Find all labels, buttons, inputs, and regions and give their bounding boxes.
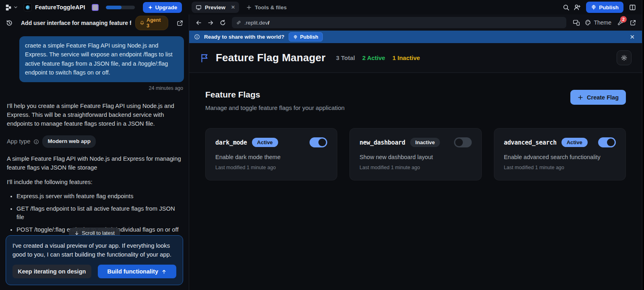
publish-globe-icon — [591, 4, 597, 10]
section-title: Feature Flags — [205, 90, 345, 99]
flag-modified: Last modified 1 minute ago — [215, 165, 327, 170]
assistant-intro: I'll help you create a simple Feature Fl… — [7, 102, 182, 128]
history-icon[interactable] — [6, 19, 13, 27]
flag-toggle[interactable] — [310, 137, 327, 147]
message-timestamp: 24 minutes ago — [6, 85, 183, 91]
palette-icon — [585, 19, 591, 26]
share-chat-icon[interactable] — [176, 20, 183, 27]
feature-item: Express.js server with feature flag endp… — [17, 192, 182, 201]
stat-total: 3 Total — [336, 54, 355, 61]
toggle-knob — [318, 139, 326, 146]
flag-toggle[interactable] — [598, 137, 616, 147]
forward-button[interactable] — [205, 17, 216, 28]
project-name[interactable]: FeatureToggleAPI — [35, 4, 85, 10]
app-type-chip[interactable]: Modern web app — [42, 135, 96, 147]
bell-icon — [140, 21, 144, 25]
refresh-button[interactable] — [217, 17, 228, 28]
tools-files-button[interactable]: Tools & files — [246, 4, 287, 10]
flag-description: Enable dark mode theme — [215, 154, 327, 160]
publish-banner: Ready to share with the world? Publish ✕ — [189, 31, 642, 43]
build-functionality-button[interactable]: Build functionality — [98, 265, 177, 278]
keep-iterating-button[interactable]: Keep iterating on design — [12, 265, 91, 278]
url-path: / — [268, 20, 270, 26]
toggle-knob — [455, 139, 463, 146]
open-external-icon[interactable] — [627, 17, 638, 28]
upgrade-label: Upgrade — [155, 4, 178, 10]
agent-badge-label: Agent 3 — [147, 17, 164, 29]
url-text: .replit.dev/ — [244, 20, 269, 26]
flag-stats: 3 Total 2 Active 1 Inactive — [336, 54, 420, 61]
flag-card-new-dashboard: new_dashboard Inactive Show new dashboar… — [349, 128, 481, 180]
chat-header: Add user interface for managing feature … — [0, 14, 189, 31]
app-content: Feature Flags Manage and toggle feature … — [189, 73, 642, 290]
app-theme-toggle-button[interactable] — [617, 50, 632, 65]
app-type-label: App type — [7, 137, 30, 146]
link-icon — [236, 20, 242, 25]
publish-button[interactable]: Publish — [586, 2, 623, 13]
app-summary: A simple Feature Flag API with Node.js a… — [7, 154, 182, 172]
theme-label: Theme — [594, 19, 611, 26]
banner-text: Ready to share with the world? — [204, 34, 285, 40]
flag-modified: Last modified 1 minute ago — [504, 165, 616, 170]
status-badge: Inactive — [410, 138, 440, 147]
workspace-menu[interactable] — [5, 4, 18, 11]
upgrade-button[interactable]: Upgrade — [143, 2, 182, 13]
features-intro: I'll include the following features: — [7, 178, 182, 186]
devices-icon[interactable] — [571, 17, 582, 28]
banner-publish-button[interactable]: Publish — [289, 32, 323, 41]
stat-active: 2 Active — [362, 54, 385, 61]
status-badge: Active — [561, 138, 588, 147]
project-avatar[interactable] — [24, 3, 32, 11]
app-type-row: App type Modern web app — [7, 135, 182, 147]
create-flag-button[interactable]: Create Flag — [570, 90, 626, 105]
banner-close-icon[interactable]: ✕ — [627, 33, 637, 41]
tools-files-label: Tools & files — [255, 4, 287, 10]
monitor-icon — [196, 4, 202, 10]
search-button[interactable] — [560, 2, 572, 13]
tab-preview[interactable]: Preview ✕ — [192, 2, 239, 13]
chevron-down-icon — [13, 5, 18, 10]
agent-chat-panel: Add user interface for managing feature … — [0, 14, 189, 290]
top-bar: FeatureToggleAPI Upgrade Preview ✕ — [0, 0, 642, 14]
chat-session-title[interactable]: Add user interface for managing feature … — [21, 20, 131, 26]
usage-progress-bar[interactable] — [106, 6, 135, 9]
project-avatar-eye — [26, 5, 30, 10]
build-functionality-label: Build functionality — [107, 268, 158, 275]
plus-icon — [578, 95, 583, 100]
dev-tools-button[interactable]: 2 — [615, 17, 626, 28]
sparkle-icon — [148, 5, 153, 10]
status-badge: Active — [252, 138, 278, 147]
toggle-knob — [607, 139, 615, 146]
resources-icon[interactable] — [92, 4, 99, 11]
tab-preview-label: Preview — [205, 4, 225, 10]
notification-badge: 2 — [620, 16, 627, 23]
preview-notice-text: I've created a visual preview of your ap… — [12, 241, 176, 259]
publish-label: Publish — [599, 4, 619, 10]
arrow-down-icon — [74, 231, 79, 236]
flag-toggle[interactable] — [454, 137, 472, 147]
agent-badge[interactable]: Agent 3 — [135, 16, 168, 30]
flag-card-dark-mode: dark_mode Active Enable dark mode theme … — [205, 128, 337, 180]
stat-inactive: 1 Inactive — [392, 54, 420, 61]
app-header: Feature Flag Manager 3 Total 2 Active 1 … — [189, 43, 642, 73]
flag-cards: dark_mode Active Enable dark mode theme … — [205, 128, 626, 180]
flag-description: Show new dashboard layout — [359, 154, 471, 160]
flag-card-advanced-search: advanced_search Active Enable advanced s… — [494, 128, 626, 180]
url-input[interactable]: .replit.dev/ — [232, 17, 566, 28]
close-tab-icon[interactable]: ✕ — [231, 4, 235, 10]
flag-name: dark_mode — [215, 139, 247, 146]
app-window: FeatureToggleAPI Upgrade Preview ✕ — [0, 0, 642, 290]
section-subtitle: Manage and toggle feature flags for your… — [205, 104, 345, 111]
theme-selector[interactable]: Theme — [583, 19, 613, 26]
flag-icon — [200, 53, 210, 63]
feature-flag-app: Feature Flag Manager 3 Total 2 Active 1 … — [189, 43, 642, 290]
info-icon[interactable] — [33, 139, 39, 145]
layout-columns-icon[interactable] — [627, 2, 638, 13]
back-button[interactable] — [193, 17, 204, 28]
banner-publish-globe-icon — [293, 35, 298, 39]
flag-description: Enable advanced search functionality — [504, 154, 616, 160]
flag-name: new_dashboard — [359, 139, 405, 146]
flag-name: advanced_search — [504, 139, 557, 146]
user-message: craete a simple Feature Flag API using N… — [19, 36, 184, 82]
invite-button[interactable] — [572, 2, 583, 13]
